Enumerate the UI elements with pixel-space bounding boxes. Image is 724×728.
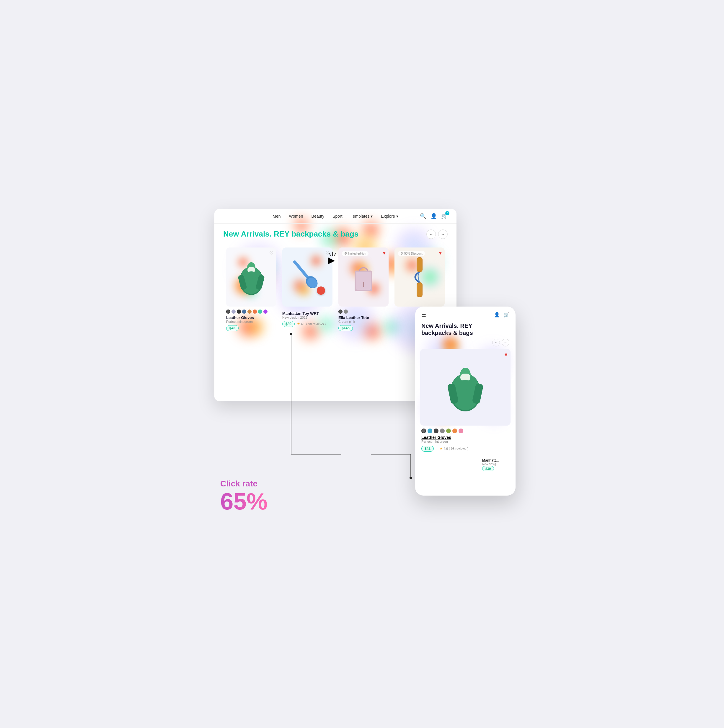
prev-arrow[interactable]: ← (426, 229, 436, 239)
product-desc-3: Cream pink (338, 320, 389, 323)
product-name-2: Manhattan Toy WRT (282, 311, 333, 316)
sweater-image (235, 257, 267, 297)
svg-rect-16 (417, 283, 422, 297)
mobile-nav-arrows: ← → (416, 339, 515, 349)
price-3: $145 (338, 325, 353, 331)
product-image-3: ⏱ limited edition ♥ (338, 248, 389, 307)
mobile-hero: New Arrivals. REY backpacks & bags (416, 322, 515, 339)
mobile-next-arrow[interactable]: → (502, 339, 509, 346)
product-image-1: ♡ (226, 248, 276, 307)
mobile-wishlist-heart[interactable]: ♥ (504, 352, 507, 358)
click-rate-section: Click rate 65% (220, 479, 267, 513)
mobile-sweater-image (443, 360, 487, 414)
color-option[interactable] (237, 309, 241, 314)
nav-men[interactable]: Men (272, 214, 281, 219)
wishlist-heart-2[interactable]: ♡ (325, 251, 330, 256)
product-desc-1: Perfect mint green (226, 320, 276, 323)
color-option[interactable] (242, 309, 246, 314)
next-arrow[interactable]: → (438, 229, 448, 239)
user-icon[interactable]: 👤 (431, 213, 437, 219)
mobile-nav-icons: 👤 🛒 (494, 312, 509, 318)
mobile-color-option[interactable] (446, 428, 451, 433)
mobile-user-icon[interactable]: 👤 (494, 312, 500, 318)
product-name-1: Leather Gloves (226, 315, 276, 320)
product-card-3: ⏱ limited edition ♥ Ella Leather Tote Cr… (335, 245, 391, 334)
hamburger-menu[interactable]: ☰ (422, 312, 426, 318)
mobile-price: $42 (422, 446, 434, 451)
price-2: $30 (282, 321, 295, 327)
color-option[interactable] (247, 309, 252, 314)
desktop-hero: ← → New Arrivals. REY backpacks & bags (214, 223, 457, 242)
click-rate-label: Click rate (220, 479, 267, 488)
desktop-nav-arrows: ← → (426, 229, 448, 239)
color-option[interactable] (226, 309, 230, 314)
search-icon[interactable]: 🔍 (420, 213, 426, 219)
mobile-color-option[interactable] (428, 428, 432, 433)
mobile-cart-icon[interactable]: 🛒 (503, 312, 509, 318)
click-rate-value: 65% (220, 489, 267, 513)
price-1: $42 (226, 325, 238, 331)
nav-explore[interactable]: Explore ▾ (381, 214, 398, 219)
mobile-color-option[interactable] (452, 428, 457, 433)
color-option[interactable] (344, 309, 348, 314)
product-colors-1 (226, 309, 276, 314)
svg-rect-14 (417, 258, 422, 271)
product-footer-3: $145 (338, 325, 389, 331)
color-option[interactable] (263, 309, 267, 314)
discount-badge: ⏱ 50% Discount (398, 251, 425, 256)
mobile-product-image: ♥ (420, 349, 510, 425)
product-image-2: ♡ (282, 248, 333, 307)
wishlist-heart-1[interactable]: ♡ (269, 251, 273, 256)
limited-badge: ⏱ limited edition (342, 251, 368, 256)
product-colors-3 (338, 309, 389, 314)
svg-point-29 (457, 380, 474, 390)
mobile-hero-title: New Arrivals. REY backpacks & bags (422, 322, 509, 336)
hero-title: New Arrivals. REY backpacks & bags (223, 229, 448, 239)
product-desc-2: New design 2023 (282, 316, 333, 319)
mobile-nav: ☰ 👤 🛒 (416, 307, 515, 322)
product-image-4: ⏱ 50% Discount ♥ (394, 248, 444, 307)
main-container: Men Women Beauty Sport Templates ▾ Explo… (214, 209, 510, 519)
mobile-second-product-partial: Manhatt... New desig... $30 (482, 458, 512, 471)
color-option[interactable] (258, 309, 262, 314)
product-footer-1: $42 (226, 325, 276, 331)
nav-sport[interactable]: Sport (333, 214, 342, 219)
mobile-color-option[interactable] (458, 428, 463, 433)
color-option[interactable] (338, 309, 342, 314)
tote-image (350, 259, 377, 295)
color-option[interactable] (232, 309, 236, 314)
mobile-mockup: ☰ 👤 🛒 New Arrivals. REY backpacks & bags… (415, 307, 516, 496)
cart-icon[interactable]: 🛒 3 (441, 213, 448, 219)
wishlist-heart-3[interactable]: ♥ (383, 251, 386, 256)
mobile-product-colors (416, 425, 515, 434)
desktop-nav: Men Women Beauty Sport Templates ▾ Explo… (214, 209, 457, 223)
mobile-rating: ★ 4.9 (98 reviews) (440, 447, 468, 450)
baseball-ball (317, 286, 325, 295)
mobile-color-option[interactable] (422, 428, 426, 433)
rating-2: ★ 4.9 (98 reviews) (297, 322, 326, 326)
nav-templates[interactable]: Templates ▾ (351, 214, 373, 219)
nav-icons: 🔍 👤 🛒 3 (420, 213, 448, 219)
nav-beauty[interactable]: Beauty (312, 214, 324, 219)
svg-rect-11 (356, 272, 371, 290)
cart-badge: 3 (445, 211, 449, 215)
svg-point-6 (245, 271, 258, 278)
nav-women[interactable]: Women (289, 214, 303, 219)
mobile-prev-arrow[interactable]: ← (492, 339, 500, 346)
product-card-1: ♡ Leather Gloves Perfect mint green $42 (223, 245, 280, 334)
rope-image (408, 256, 431, 298)
mobile-product-name: Leather Gloves (422, 435, 509, 440)
svg-point-22 (409, 477, 412, 479)
mobile-product-desc: Perfect mint green (422, 440, 509, 443)
wishlist-heart-4[interactable]: ♥ (439, 251, 442, 256)
product-footer-2: $30 ★ 4.9 (98 reviews) (282, 321, 333, 327)
mobile-color-option[interactable] (434, 428, 438, 433)
product-name-3: Ella Leather Tote (338, 315, 389, 320)
mobile-product-row: $42 ★ 4.9 (98 reviews) (416, 446, 515, 451)
mobile-product-info: Leather Gloves Perfect mint green (416, 434, 515, 446)
color-option[interactable] (253, 309, 257, 314)
product-card-2: ♡ Manhattan Toy WRT New design 2023 $30 … (280, 245, 335, 334)
mobile-color-option[interactable] (440, 428, 444, 433)
